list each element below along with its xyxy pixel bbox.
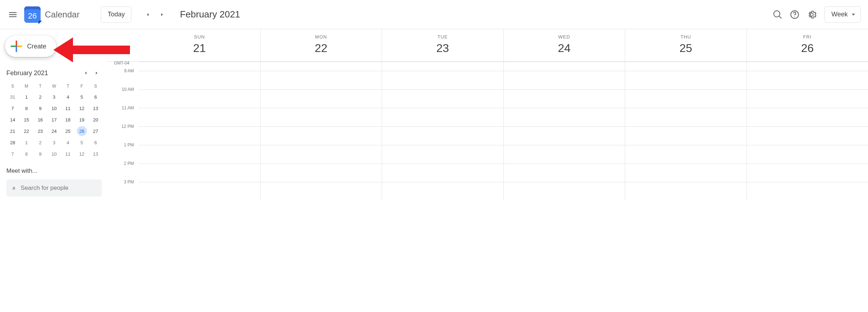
time-cell[interactable] [139, 62, 260, 71]
time-cell[interactable] [260, 90, 382, 108]
time-cell[interactable] [139, 127, 260, 145]
time-cell[interactable] [625, 182, 747, 201]
time-cell[interactable] [625, 127, 747, 145]
time-cell[interactable] [503, 108, 625, 126]
mini-day-cell[interactable]: 28 [7, 137, 17, 147]
mini-day-cell[interactable]: 8 [21, 103, 31, 113]
day-column-header[interactable]: THU25 [625, 29, 747, 61]
time-cell[interactable] [139, 164, 260, 182]
mini-day-cell[interactable]: 25 [63, 126, 73, 136]
time-cell[interactable] [747, 71, 868, 89]
time-cell[interactable] [260, 108, 382, 126]
time-cell[interactable] [382, 90, 503, 108]
mini-day-cell[interactable]: 7 [7, 103, 17, 113]
time-cell[interactable] [260, 71, 382, 89]
time-cell[interactable] [139, 71, 260, 89]
mini-day-cell[interactable]: 2 [35, 92, 45, 102]
mini-day-cell[interactable]: 19 [77, 115, 87, 125]
mini-day-cell[interactable]: 27 [91, 126, 101, 136]
mini-day-cell[interactable]: 13 [91, 103, 101, 113]
mini-day-cell[interactable]: 20 [91, 115, 101, 125]
time-cell[interactable] [503, 71, 625, 89]
search-people-input[interactable] [21, 184, 96, 192]
day-column-header[interactable]: TUE23 [382, 29, 503, 61]
mini-day-cell[interactable]: 1 [21, 137, 31, 147]
time-cell[interactable] [625, 90, 747, 108]
time-cell[interactable] [747, 164, 868, 182]
create-button[interactable]: Create [5, 36, 56, 57]
mini-day-cell[interactable]: 14 [7, 115, 17, 125]
mini-day-cell[interactable]: 12 [77, 149, 87, 159]
help-button[interactable] [786, 6, 803, 23]
mini-day-cell[interactable]: 10 [49, 149, 59, 159]
mini-day-cell[interactable]: 26 [77, 126, 87, 136]
time-cell[interactable] [139, 90, 260, 108]
time-cell[interactable] [382, 164, 503, 182]
mini-day-cell[interactable]: 5 [77, 92, 87, 102]
mini-day-cell[interactable]: 8 [21, 149, 31, 159]
time-cell[interactable] [625, 164, 747, 182]
mini-day-cell[interactable]: 23 [35, 126, 45, 136]
mini-day-cell[interactable]: 18 [63, 115, 73, 125]
time-cell[interactable] [139, 108, 260, 126]
time-cell[interactable] [260, 145, 382, 163]
day-column-header[interactable]: FRI26 [747, 29, 868, 61]
time-cell[interactable] [747, 108, 868, 126]
next-period-button[interactable] [155, 7, 169, 22]
mini-day-cell[interactable]: 11 [63, 103, 73, 113]
mini-day-cell[interactable]: 15 [21, 115, 31, 125]
mini-day-cell[interactable]: 21 [7, 126, 17, 136]
mini-day-cell[interactable]: 9 [35, 103, 45, 113]
search-people-field[interactable] [6, 180, 102, 197]
mini-day-cell[interactable]: 3 [49, 137, 59, 147]
mini-day-cell[interactable]: 9 [35, 149, 45, 159]
time-cell[interactable] [139, 182, 260, 201]
mini-day-cell[interactable]: 13 [91, 149, 101, 159]
time-cell[interactable] [382, 71, 503, 89]
day-column-header[interactable]: MON22 [260, 29, 382, 61]
time-cell[interactable] [625, 62, 747, 71]
time-cell[interactable] [382, 62, 503, 71]
time-cell[interactable] [503, 62, 625, 71]
mini-day-cell[interactable]: 3 [49, 92, 59, 102]
mini-day-cell[interactable]: 6 [91, 92, 101, 102]
time-cell[interactable] [139, 145, 260, 163]
view-selector[interactable]: Week [825, 6, 861, 23]
time-cell[interactable] [747, 90, 868, 108]
time-cell[interactable] [382, 127, 503, 145]
time-cell[interactable] [382, 145, 503, 163]
time-cell[interactable] [747, 62, 868, 71]
mini-day-cell[interactable]: 7 [7, 149, 17, 159]
mini-day-cell[interactable]: 6 [91, 137, 101, 147]
today-button[interactable]: Today [101, 6, 131, 23]
mini-day-cell[interactable]: 12 [77, 103, 87, 113]
mini-day-cell[interactable]: 4 [63, 92, 73, 102]
time-cell[interactable] [382, 182, 503, 201]
mini-day-cell[interactable]: 16 [35, 115, 45, 125]
time-cell[interactable] [625, 145, 747, 163]
time-cell[interactable] [747, 127, 868, 145]
mini-day-cell[interactable]: 5 [77, 137, 87, 147]
search-button[interactable] [769, 6, 786, 23]
time-cell[interactable] [625, 108, 747, 126]
time-cell[interactable] [260, 182, 382, 201]
time-cell[interactable] [503, 90, 625, 108]
time-cell[interactable] [747, 182, 868, 201]
mini-prev-button[interactable] [80, 68, 91, 78]
mini-day-cell[interactable]: 24 [49, 126, 59, 136]
time-cell[interactable] [260, 164, 382, 182]
settings-button[interactable] [803, 6, 820, 23]
time-cell[interactable] [625, 71, 747, 89]
mini-next-button[interactable] [91, 68, 102, 78]
time-cell[interactable] [260, 127, 382, 145]
time-cell[interactable] [503, 164, 625, 182]
mini-day-cell[interactable]: 2 [35, 137, 45, 147]
time-cell[interactable] [382, 108, 503, 126]
day-column-header[interactable]: SUN21 [139, 29, 260, 61]
mini-day-cell[interactable]: 4 [63, 137, 73, 147]
mini-day-cell[interactable]: 1 [21, 92, 31, 102]
day-column-header[interactable]: WED24 [503, 29, 625, 61]
mini-day-cell[interactable]: 17 [49, 115, 59, 125]
time-cell[interactable] [503, 182, 625, 201]
time-cell[interactable] [503, 127, 625, 145]
